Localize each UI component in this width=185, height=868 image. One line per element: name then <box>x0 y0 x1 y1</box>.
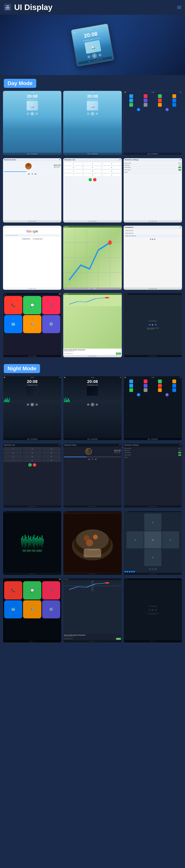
preset-btn-1[interactable]: 1 <box>125 571 126 572</box>
night-go-button[interactable]: GO <box>116 638 121 640</box>
play-n2[interactable]: ⏸ <box>90 403 95 406</box>
na-app-3[interactable] <box>158 379 162 383</box>
key-7[interactable]: 7 <box>64 170 82 173</box>
cp-phone[interactable]: 📞 <box>4 296 22 314</box>
preset-1[interactable]: POP <box>23 550 26 552</box>
night-auto-answer-toggle[interactable] <box>178 452 181 454</box>
end-call-btn[interactable]: ✕ <box>93 178 97 181</box>
preset-3[interactable]: JAZZ <box>32 550 35 552</box>
nav-icon[interactable] <box>177 6 181 9</box>
night-bt-settings-close[interactable]: ✕ <box>180 444 181 446</box>
menu-icon[interactable] <box>4 4 11 11</box>
key-0[interactable]: 0 <box>83 174 102 177</box>
play-n1[interactable]: ▶ <box>30 403 34 406</box>
nk-0[interactable]: 0 <box>23 459 41 462</box>
app-phone[interactable] <box>158 99 162 102</box>
google-search-bar[interactable]: 🔍 Search or type URL <box>4 234 60 237</box>
bt-settings-close[interactable]: ✕ <box>180 159 181 161</box>
nk-7[interactable]: 7 <box>4 455 22 458</box>
google-lucky-btn[interactable]: I'm Feeling Lucky <box>32 238 43 240</box>
bt-call-close[interactable]: ✕ <box>119 159 121 161</box>
prev-d1[interactable]: ⏮ <box>27 112 29 115</box>
na-app-11[interactable] <box>158 388 162 392</box>
bt-icon[interactable]: BT <box>137 108 140 111</box>
key-hash[interactable]: # <box>102 174 121 177</box>
prev-n2[interactable]: ⏮ <box>87 403 89 406</box>
na-app-8[interactable] <box>173 384 176 388</box>
app-wechat[interactable] <box>129 103 133 107</box>
preset-btn-2[interactable]: 2 <box>127 571 128 572</box>
key-4[interactable]: 4 <box>64 166 82 169</box>
app-bt[interactable] <box>173 99 176 102</box>
next-local[interactable]: ⏭ <box>154 238 156 240</box>
bt-close[interactable]: ✕ <box>59 159 60 161</box>
key-5[interactable]: 5 <box>83 166 102 169</box>
prev-bt[interactable]: ⏮ <box>28 173 30 175</box>
preset-btn-5[interactable]: 5 <box>133 571 135 572</box>
set-icon[interactable]: ⚙ <box>165 108 169 111</box>
na-app-12[interactable] <box>173 388 176 392</box>
call-btn[interactable]: 📞 <box>88 178 92 181</box>
prev-d2[interactable]: ⏮ <box>87 112 89 115</box>
local-music-close[interactable]: ✕ <box>180 226 181 228</box>
play-d1[interactable]: ▶ <box>30 112 34 116</box>
app-photos[interactable] <box>173 94 176 98</box>
play-d2[interactable]: ⏸ <box>90 112 95 116</box>
next-n2[interactable]: ⏭ <box>96 403 98 406</box>
prev-button[interactable]: ⏮ <box>87 55 91 59</box>
next-np[interactable]: ⏭ <box>155 323 157 326</box>
preset-btn-3[interactable]: 3 <box>129 571 130 572</box>
night-call-btn[interactable]: 📞 <box>28 463 32 467</box>
key-1[interactable]: 1 <box>64 162 82 165</box>
nk-star[interactable]: * <box>4 459 22 462</box>
prev-local[interactable]: ⏮ <box>150 238 151 240</box>
cp-podcast[interactable]: 🎙️ <box>23 315 41 333</box>
prev-nnp[interactable]: ⏮ <box>149 609 151 611</box>
dpad-down[interactable]: ▼ <box>144 549 161 566</box>
key-9[interactable]: 9 <box>102 170 121 173</box>
nk-9[interactable]: 9 <box>42 455 60 458</box>
ncp-settings[interactable]: ⚙️ <box>42 600 60 618</box>
app-music[interactable] <box>144 94 148 98</box>
dpad-up[interactable]: ▲ <box>144 514 161 531</box>
cp-music[interactable]: 🎵 <box>42 296 60 314</box>
auto-answer-toggle[interactable] <box>178 167 181 168</box>
next-d2[interactable]: ⏭ <box>96 112 98 115</box>
ncp-music[interactable]: 🎵 <box>42 581 60 599</box>
cp-maps[interactable]: 🗺️ <box>4 315 22 333</box>
na-app-5[interactable] <box>129 384 133 388</box>
play-nbm[interactable]: ⏸ <box>91 458 94 460</box>
key-6[interactable]: 6 <box>102 166 121 169</box>
night-bt-icon[interactable]: BT <box>137 393 140 397</box>
play-np[interactable]: ▶ <box>152 323 154 326</box>
key-star[interactable]: * <box>64 174 82 177</box>
na-app-6[interactable] <box>144 384 148 388</box>
nk-2[interactable]: 2 <box>23 447 41 451</box>
app-misc2[interactable] <box>158 103 162 107</box>
auto-connect-toggle[interactable] <box>178 169 181 170</box>
ncp-messages[interactable]: 💬 <box>23 581 41 599</box>
google-search-btn[interactable]: Google Search <box>21 238 31 240</box>
next-nnp[interactable]: ⏭ <box>155 609 157 611</box>
app-twitter[interactable] <box>129 94 133 98</box>
app-maps[interactable] <box>158 94 162 98</box>
play-nnp[interactable]: ▶ <box>152 609 154 611</box>
na-app-9[interactable] <box>129 388 133 392</box>
next-nbm[interactable]: ⏭ <box>95 458 97 460</box>
nk-4[interactable]: 4 <box>4 451 22 454</box>
app-misc3[interactable] <box>173 103 176 107</box>
key-3[interactable]: 3 <box>102 162 121 165</box>
prev-n1[interactable]: ⏮ <box>27 403 29 406</box>
ncp-phone[interactable]: 📞 <box>4 581 22 599</box>
na-app-2[interactable] <box>144 379 148 383</box>
play-button[interactable]: ⏸ <box>91 53 97 59</box>
na-app-1[interactable] <box>129 379 133 383</box>
cp-messages[interactable]: 💬 <box>23 296 41 314</box>
dpad-left[interactable]: ◄ <box>127 531 144 549</box>
preset-4[interactable]: CLASSIC <box>36 550 42 552</box>
next-button[interactable]: ⏭ <box>98 53 102 57</box>
ncp-maps[interactable]: 🗺️ <box>4 600 22 618</box>
prev-np[interactable]: ⏮ <box>149 323 151 326</box>
dpad-center[interactable]: OK <box>144 531 161 549</box>
play-local[interactable]: ▶ <box>152 238 153 240</box>
